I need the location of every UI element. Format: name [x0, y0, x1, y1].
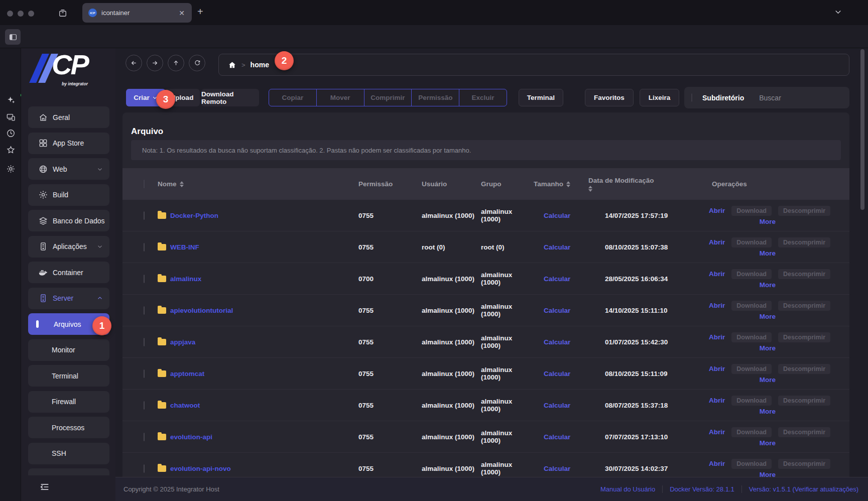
synced-tabs-icon[interactable]: [6, 112, 16, 122]
table-row[interactable]: apptomcat 0755 almalinux (1000) almalinu…: [122, 358, 849, 390]
sidebar-item-partial[interactable]: [28, 468, 109, 475]
abrir-link[interactable]: Abrir: [709, 302, 725, 309]
sort-icon[interactable]: [588, 186, 705, 192]
file-name-link[interactable]: almalinux: [170, 275, 201, 283]
new-tab-button[interactable]: +: [197, 7, 203, 17]
lixeira-button[interactable]: Lixeira: [640, 89, 679, 106]
sort-icon[interactable]: [566, 181, 570, 187]
row-checkbox[interactable]: [144, 306, 145, 315]
file-name-link[interactable]: evolution-api-novo: [170, 465, 231, 472]
more-link[interactable]: More: [760, 218, 776, 225]
table-row[interactable]: evolution-api-novo 0755 almalinux (1000)…: [122, 453, 849, 477]
row-checkbox[interactable]: [144, 243, 145, 252]
file-name-link[interactable]: apievolutiontutorial: [170, 307, 233, 314]
sidebar-item-terminal[interactable]: Terminal: [28, 365, 109, 387]
abrir-link[interactable]: Abrir: [709, 460, 725, 467]
file-name-link[interactable]: appjava: [170, 338, 195, 346]
footer-link-2[interactable]: Versão: v1.5.1 (Verificar atualizações): [749, 485, 858, 493]
more-link[interactable]: More: [760, 344, 776, 352]
sidebar-item-banco-de-dados[interactable]: Banco de Dados: [28, 210, 109, 231]
sidebar-item-firewall[interactable]: Firewall: [28, 391, 109, 413]
table-row[interactable]: Docker-Python 0755 almalinux (1000) alma…: [122, 200, 849, 231]
tab-close-icon[interactable]: ✕: [178, 9, 186, 18]
abrir-link[interactable]: Abrir: [709, 270, 725, 278]
calcular-link[interactable]: Calcular: [544, 307, 570, 314]
file-name-link[interactable]: apptomcat: [170, 370, 204, 378]
sidebar-item-app-store[interactable]: App Store: [28, 133, 109, 154]
sidebar-item-monitor[interactable]: Monitor: [28, 339, 109, 361]
calcular-link[interactable]: Calcular: [544, 243, 570, 251]
sidebar-item-web[interactable]: Web: [28, 158, 109, 180]
table-row[interactable]: apievolutiontutorial 0755 almalinux (100…: [122, 295, 849, 326]
subdiretorio-checkbox[interactable]: [691, 93, 692, 102]
sidebar-item-build[interactable]: Build: [28, 184, 109, 206]
icp-logo[interactable]: CP by integrator: [29, 53, 111, 92]
footer-link-1[interactable]: Docker Versão: 28.1.1: [670, 485, 734, 493]
sidebar-item-ssh[interactable]: SSH: [28, 443, 109, 464]
favoritos-button[interactable]: Favoritos: [585, 89, 634, 106]
calcular-link[interactable]: Calcular: [544, 275, 570, 283]
abrir-link[interactable]: Abrir: [709, 207, 725, 214]
home-icon[interactable]: [228, 61, 236, 69]
sort-icon[interactable]: [180, 181, 184, 187]
abrir-link[interactable]: Abrir: [709, 428, 725, 436]
vertical-scrollbar-thumb[interactable]: [860, 49, 864, 210]
table-row[interactable]: almalinux 0700 almalinux (1000) almalinu…: [122, 263, 849, 295]
sidebar-item-server[interactable]: Server: [28, 288, 109, 309]
row-checkbox[interactable]: [144, 464, 145, 473]
more-link[interactable]: More: [760, 376, 776, 384]
download-remoto-button[interactable]: Download Remoto: [201, 89, 259, 106]
ai-sparkle-icon[interactable]: [6, 95, 16, 105]
terminal-button[interactable]: Terminal: [519, 89, 563, 106]
breadcrumb-segment-home[interactable]: home: [251, 61, 269, 69]
tab-manager-icon[interactable]: [58, 8, 68, 18]
files-back-button[interactable]: [126, 55, 142, 71]
row-checkbox[interactable]: [144, 211, 145, 220]
browser-tab[interactable]: ICP icontainer ✕: [82, 3, 192, 23]
sidebar-item-processos[interactable]: Processos: [28, 417, 109, 438]
more-link[interactable]: More: [760, 439, 776, 447]
calcular-link[interactable]: Calcular: [544, 338, 570, 346]
select-all-checkbox[interactable]: [144, 180, 145, 188]
more-link[interactable]: More: [760, 408, 776, 415]
abrir-link[interactable]: Abrir: [709, 333, 725, 341]
search-input[interactable]: [758, 93, 851, 102]
file-name-link[interactable]: chatwoot: [170, 402, 200, 409]
bookmarks-star-icon[interactable]: [6, 145, 16, 155]
table-row[interactable]: WEB-INF 0755 root (0) root (0) Calcular …: [122, 231, 849, 263]
more-link[interactable]: More: [760, 281, 776, 289]
window-zoom-button[interactable]: [28, 11, 34, 17]
abrir-link[interactable]: Abrir: [709, 238, 725, 246]
row-checkbox[interactable]: [144, 401, 145, 410]
breadcrumb[interactable]: > home: [218, 54, 849, 76]
file-name-link[interactable]: evolution-api: [170, 433, 212, 441]
sidebar-item-container[interactable]: Container: [28, 262, 109, 283]
calcular-link[interactable]: Calcular: [544, 433, 570, 441]
sidebar-toggle-button[interactable]: [5, 29, 21, 45]
column-tamanho[interactable]: Tamanho: [534, 180, 563, 188]
calcular-link[interactable]: Calcular: [544, 212, 570, 219]
settings-gear-icon[interactable]: [6, 164, 16, 174]
more-link[interactable]: More: [760, 313, 776, 320]
tab-list-chevron-icon[interactable]: [833, 7, 843, 17]
table-row[interactable]: chatwoot 0755 almalinux (1000) almalinux…: [122, 390, 849, 421]
table-row[interactable]: evolution-api 0755 almalinux (1000) alma…: [122, 421, 849, 453]
abrir-link[interactable]: Abrir: [709, 365, 725, 372]
table-row[interactable]: appjava 0755 almalinux (1000) almalinux …: [122, 326, 849, 358]
row-checkbox[interactable]: [144, 433, 145, 441]
calcular-link[interactable]: Calcular: [544, 370, 570, 378]
calcular-link[interactable]: Calcular: [544, 402, 570, 409]
row-checkbox[interactable]: [144, 338, 145, 346]
row-checkbox[interactable]: [144, 369, 145, 378]
more-link[interactable]: More: [760, 249, 776, 257]
sidebar-item-geral[interactable]: Geral: [28, 106, 109, 128]
file-name-link[interactable]: Docker-Python: [170, 212, 218, 219]
row-checkbox[interactable]: [144, 275, 145, 283]
calcular-link[interactable]: Calcular: [544, 465, 570, 472]
window-close-button[interactable]: [7, 11, 13, 17]
sidebar-item-aplica-es[interactable]: Aplicações: [28, 236, 109, 258]
history-clock-icon[interactable]: [6, 129, 16, 138]
abrir-link[interactable]: Abrir: [709, 397, 725, 404]
files-forward-button[interactable]: [147, 55, 163, 71]
file-name-link[interactable]: WEB-INF: [170, 243, 199, 251]
